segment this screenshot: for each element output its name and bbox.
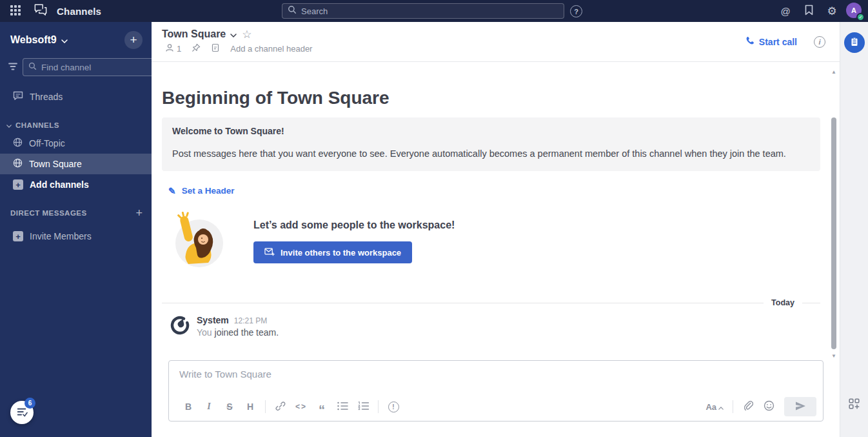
toolbar-divider [378,400,379,413]
add-channel-header-button[interactable]: Add a channel header [227,43,315,54]
invite-members-button[interactable]: + Invite Members [0,226,152,247]
quote-button[interactable]: “ [313,398,331,415]
workspace-header: Websoft9 + [0,22,152,49]
settings-button[interactable]: ⚙ [823,2,841,20]
channel-filter-button[interactable] [8,58,18,76]
globe-icon [13,137,23,149]
post-timestamp: 12:21 PM [234,316,267,325]
post-author[interactable]: System [197,315,229,325]
global-search[interactable] [282,3,564,19]
invite-members-label: Invite Members [30,231,92,241]
channel-members-button[interactable]: 1 [162,43,184,55]
at-icon: @ [780,6,790,17]
heading-button[interactable]: H [241,398,259,415]
workspace-name: Websoft9 [10,34,57,46]
message-priority-button[interactable]: ! [384,398,402,415]
link-button[interactable] [271,398,290,415]
post-text-prefix: You [197,327,215,338]
set-header-button[interactable]: ✎ Set a Header [168,186,235,196]
channel-header-actions: Start call i [745,36,825,48]
find-channel-input[interactable] [41,63,155,72]
globe-icon [13,158,23,170]
plus-box-icon: + [13,179,23,190]
send-icon [794,401,806,413]
scroll-down-arrow[interactable]: ▼ [830,354,838,359]
phone-icon [745,36,755,48]
user-menu-button[interactable]: A ✓ [846,3,863,19]
saved-posts-button[interactable] [800,2,818,20]
clipboard-icon [849,36,860,50]
sidebar-item-town-square[interactable]: Town Square [0,154,152,174]
pencil-icon: ✎ [168,187,176,196]
global-header-right: @ ⚙ A ✓ [776,0,863,22]
sidebar-item-label: Off-Topic [29,138,65,148]
bulleted-list-button[interactable] [333,398,351,415]
show-formatting-button[interactable]: Aa [702,398,727,415]
divider-line [162,303,764,303]
channel-info-button[interactable]: i [814,36,825,48]
smiley-icon [764,400,774,413]
main-panel: Town Square ☆ 1 [152,22,840,437]
channel-menu-button[interactable]: Town Square [162,28,237,40]
add-channels-button[interactable]: + Add channels [0,174,152,195]
format-letters: Aa [705,402,716,412]
attach-file-button[interactable] [739,398,757,415]
direct-messages-category[interactable]: DIRECT MESSAGES + [0,205,152,221]
sidebar-item-threads[interactable]: Threads [0,86,152,107]
code-button[interactable]: <> [292,398,310,415]
invite-section: Let’s add some people to the workspace! … [170,212,820,271]
gear-icon: ⚙ [827,6,836,17]
pinned-posts-button[interactable] [188,43,204,55]
scrollbar-thumb[interactable] [831,117,836,349]
product-switcher-button[interactable] [6,2,25,20]
at-mentions-button[interactable]: @ [776,2,794,20]
add-direct-message-button[interactable]: + [135,207,143,220]
add-workspace-item-button[interactable]: + [124,31,143,49]
channel-filter-row [0,49,152,76]
scroll-up-arrow[interactable]: ▲ [830,70,838,75]
message-input[interactable] [179,369,816,392]
plus-icon: + [130,33,137,47]
strikethrough-button[interactable]: S [221,398,239,415]
mattermost-logo-avatar [170,315,190,338]
global-header: Channels ? @ ⚙ A ✓ [0,0,868,22]
search-icon [288,5,297,17]
paperclip-icon [743,400,753,413]
member-icon [165,43,174,54]
channel-apps-button[interactable] [849,398,860,411]
post-list-scrollbar: ▲ ▼ [830,65,838,76]
playbooks-button[interactable] [844,32,865,53]
date-label[interactable]: Today [764,298,802,307]
start-call-label: Start call [759,37,797,47]
date-divider: Today [162,298,820,307]
filter-icon [8,63,18,72]
channels-category[interactable]: CHANNELS [0,117,152,133]
message-composer[interactable]: B I S H <> “ [168,360,824,422]
online-status-icon: ✓ [856,13,865,21]
workspace-menu-button[interactable]: Websoft9 [10,34,68,46]
invite-others-button[interactable]: Invite others to the workspace [253,241,412,263]
search-input[interactable] [301,6,558,16]
find-channel-box[interactable] [23,58,161,76]
channel-files-button[interactable] [208,43,223,55]
italic-button[interactable]: I [200,398,218,415]
invite-others-label: Invite others to the workspace [281,248,401,258]
numbered-list-button[interactable] [354,398,372,415]
start-call-button[interactable]: Start call [745,36,797,48]
link-icon [275,401,286,413]
numbered-list-icon [358,401,369,412]
channels-category-label: CHANNELS [15,121,143,129]
search-icon [28,61,37,73]
channels-product-icon [34,3,48,19]
send-message-button[interactable] [784,397,816,416]
sidebar-item-off-topic[interactable]: Off-Topic [0,133,152,154]
chevron-down-icon [61,34,68,46]
favorite-star-icon[interactable]: ☆ [242,29,252,40]
emoji-button[interactable] [760,398,778,415]
bold-button[interactable]: B [179,398,197,415]
help-button[interactable]: ? [570,5,582,17]
info-icon: i [818,38,820,46]
member-count: 1 [177,44,181,54]
grid-plus-icon [849,398,860,411]
question-icon: ? [574,8,578,15]
